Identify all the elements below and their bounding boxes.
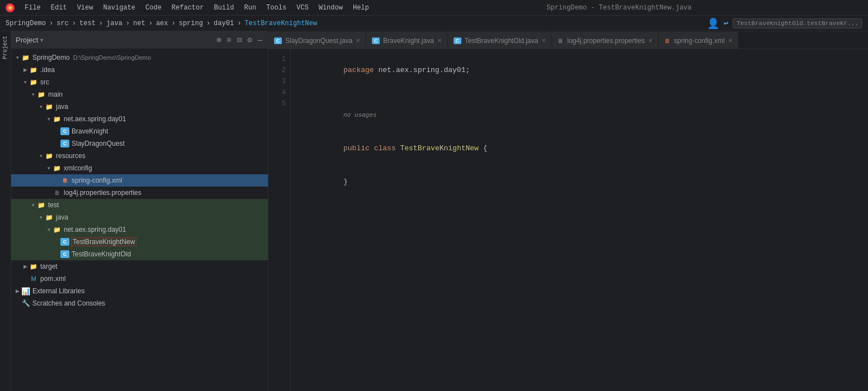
tab-icon-testbraveknightold: C bbox=[454, 37, 461, 44]
code-editor[interactable]: package net.aex.spring.day01; no usages … bbox=[291, 49, 868, 391]
nav-right: 👤 ↩ TestBraveKnightOld.testBraveKr... bbox=[707, 17, 862, 30]
tab-log4j[interactable]: 🗎 log4j.properties.properties ✕ bbox=[552, 32, 659, 49]
breadcrumb-test[interactable]: test bbox=[79, 20, 96, 27]
breadcrumb-src[interactable]: src bbox=[56, 20, 69, 27]
label-idea: .idea bbox=[40, 66, 55, 74]
scratches-icon: 🔧 bbox=[21, 299, 30, 307]
breadcrumb-day01[interactable]: day01 bbox=[214, 20, 234, 27]
tab-close-log4j[interactable]: ✕ bbox=[648, 37, 653, 44]
menu-view[interactable]: View bbox=[73, 3, 98, 13]
toolbar-settings-icon[interactable]: ⚙ bbox=[246, 34, 253, 46]
tree-item-test[interactable]: ▾ 📁 test bbox=[11, 199, 268, 211]
label-pkg-test: net.aex.spring.day01 bbox=[64, 226, 126, 233]
tree-item-log4j[interactable]: 🗎 log4j.properties.properties bbox=[11, 187, 268, 199]
folder-icon-main: 📁 bbox=[37, 90, 46, 98]
tree-item-xmlconfig[interactable]: ▾ 📁 xmlconfig bbox=[11, 162, 268, 174]
label-java-main: java bbox=[56, 103, 68, 111]
project-tree[interactable]: ▾ 📁 SpringDemo D:\SpringDemo\SpringDemo … bbox=[11, 49, 268, 391]
label-ext-libs: External Libraries bbox=[32, 287, 84, 295]
tree-item-pkg-test[interactable]: ▾ 📁 net.aex.spring.day01 bbox=[11, 223, 268, 236]
tree-item-src[interactable]: ▾ 📁 src bbox=[11, 76, 268, 88]
properties-icon-log4j: 🗎 bbox=[53, 189, 62, 197]
tree-item-springdemo[interactable]: ▾ 📁 SpringDemo D:\SpringDemo\SpringDemo bbox=[11, 51, 268, 64]
folder-icon-src: 📁 bbox=[29, 78, 38, 86]
breadcrumb-aex[interactable]: aex bbox=[156, 20, 168, 27]
tree-item-java-test[interactable]: ▾ 📁 java bbox=[11, 211, 268, 223]
tab-springconfig[interactable]: 🗎 spring-config.xml ✕ bbox=[659, 32, 739, 49]
label-slaydragon: SlayDragonQuest bbox=[72, 140, 125, 147]
toolbar-collapse-icon[interactable]: ≡ bbox=[225, 35, 232, 46]
folder-icon-idea: 📁 bbox=[29, 66, 38, 74]
main-container: Project Project ▾ ⊕ ≡ ⊟ ⚙ — ▾ 📁 bbox=[0, 31, 868, 391]
code-line-4: } bbox=[300, 165, 859, 199]
nav-recent-button[interactable]: TestBraveKnightOld.testBraveKr... bbox=[733, 18, 862, 28]
tab-close-slaydragon[interactable]: ✕ bbox=[356, 37, 360, 44]
tree-item-pom[interactable]: M pom.xml bbox=[11, 273, 268, 285]
java-icon-braveknight: C bbox=[60, 127, 69, 135]
menu-run[interactable]: Run bbox=[239, 3, 261, 13]
breadcrumb-java[interactable]: java bbox=[106, 20, 122, 27]
tab-icon-braveknight: C bbox=[372, 37, 380, 44]
project-toolbar: Project ▾ ⊕ ≡ ⊟ ⚙ — bbox=[11, 31, 268, 49]
tree-item-testbraveknight-old[interactable]: C TestBraveKnightOld bbox=[11, 248, 268, 260]
menu-vcs[interactable]: VCS bbox=[292, 3, 313, 13]
tree-item-main[interactable]: ▾ 📁 main bbox=[11, 88, 268, 101]
xml-icon-springconfig: 🗎 bbox=[60, 177, 69, 184]
label-main: main bbox=[48, 90, 63, 98]
nav-user-icon[interactable]: 👤 bbox=[707, 17, 719, 30]
menu-code[interactable]: Code bbox=[141, 3, 166, 13]
project-title-arrow[interactable]: ▾ bbox=[40, 37, 43, 43]
nav-back-button[interactable]: ↩ bbox=[724, 18, 728, 28]
tree-item-testbraveknight-new[interactable]: C TestBraveKnightNew bbox=[11, 236, 268, 248]
menu-window[interactable]: Window bbox=[314, 3, 347, 13]
tab-close-testbraveknightold[interactable]: ✕ bbox=[541, 37, 546, 44]
tree-item-java-main[interactable]: ▾ 📁 java bbox=[11, 101, 268, 113]
label-src: src bbox=[40, 78, 49, 86]
arrow-pkg-main: ▾ bbox=[45, 116, 53, 122]
project-panel: Project ▾ ⊕ ≡ ⊟ ⚙ — ▾ 📁 SpringDemo D:\Sp… bbox=[11, 31, 268, 391]
tree-item-target[interactable]: ▶ 📁 target bbox=[11, 260, 268, 273]
sidebar-label: Project bbox=[0, 31, 11, 391]
folder-icon-pkg-main: 📁 bbox=[53, 115, 62, 123]
tree-item-pkg-main[interactable]: ▾ 📁 net.aex.spring.day01 bbox=[11, 113, 268, 125]
java-icon-slaydragon: C bbox=[60, 140, 69, 147]
tree-item-springconfig[interactable]: 🗎 spring-config.xml bbox=[11, 174, 268, 187]
tree-item-resources[interactable]: ▾ 📁 resources bbox=[11, 150, 268, 162]
tab-label-braveknight: BraveKnight.java bbox=[383, 37, 434, 45]
tree-item-ext-libs[interactable]: ▶ 📊 External Libraries bbox=[11, 285, 268, 297]
menu-help[interactable]: Help bbox=[348, 3, 374, 13]
breadcrumb-spring[interactable]: spring bbox=[179, 20, 203, 27]
tab-testbraveknightold[interactable]: C TestBraveKnightOld.java ✕ bbox=[448, 32, 552, 49]
toolbar-hide-icon[interactable]: — bbox=[257, 35, 263, 46]
label-testbraveknight-new: TestBraveKnightNew bbox=[72, 238, 136, 246]
label-pom: pom.xml bbox=[40, 275, 65, 283]
menu-tools[interactable]: Tools bbox=[262, 3, 291, 13]
tab-close-braveknight[interactable]: ✕ bbox=[437, 37, 442, 44]
tab-label-testbraveknightold: TestBraveKnightOld.java bbox=[465, 37, 538, 45]
tree-item-braveknight[interactable]: C BraveKnight bbox=[11, 125, 268, 137]
folder-icon-test: 📁 bbox=[37, 201, 46, 209]
menu-build[interactable]: Build bbox=[209, 3, 238, 13]
tree-item-slaydragon[interactable]: C SlayDragonQuest bbox=[11, 137, 268, 150]
tab-close-springconfig[interactable]: ✕ bbox=[728, 37, 733, 44]
tab-label-log4j: log4j.properties.properties bbox=[567, 37, 645, 45]
menu-refactor[interactable]: Refactor bbox=[167, 3, 209, 13]
tree-item-idea[interactable]: ▶ 📁 .idea bbox=[11, 64, 268, 76]
menu-edit[interactable]: Edit bbox=[46, 3, 72, 13]
menu-navigate[interactable]: Navigate bbox=[98, 3, 140, 13]
menu-file[interactable]: File bbox=[20, 3, 45, 13]
breadcrumb-springdemo[interactable]: SpringDemo bbox=[6, 20, 46, 27]
arrow-main: ▾ bbox=[29, 92, 37, 97]
toolbar-expand-icon[interactable]: ⊟ bbox=[236, 34, 243, 46]
toolbar-locate-icon[interactable]: ⊕ bbox=[215, 34, 222, 46]
tree-item-scratches[interactable]: 🔧 Scratches and Consoles bbox=[11, 297, 268, 309]
tab-braveknight[interactable]: C BraveKnight.java ✕ bbox=[366, 32, 448, 49]
breadcrumb-file[interactable]: TestBraveKnightNew bbox=[244, 20, 317, 27]
editor-area: C SlayDragonQuest.java ✕ C BraveKnight.j… bbox=[268, 31, 868, 391]
project-sidebar-label[interactable]: Project bbox=[2, 36, 8, 59]
label-java-test: java bbox=[56, 213, 68, 221]
breadcrumb-net[interactable]: net bbox=[133, 20, 145, 27]
tab-slaydragon[interactable]: C SlayDragonQuest.java ✕ bbox=[268, 32, 366, 49]
path-springdemo: D:\SpringDemo\SpringDemo bbox=[73, 54, 151, 61]
folder-icon-pkg-test: 📁 bbox=[53, 226, 62, 233]
